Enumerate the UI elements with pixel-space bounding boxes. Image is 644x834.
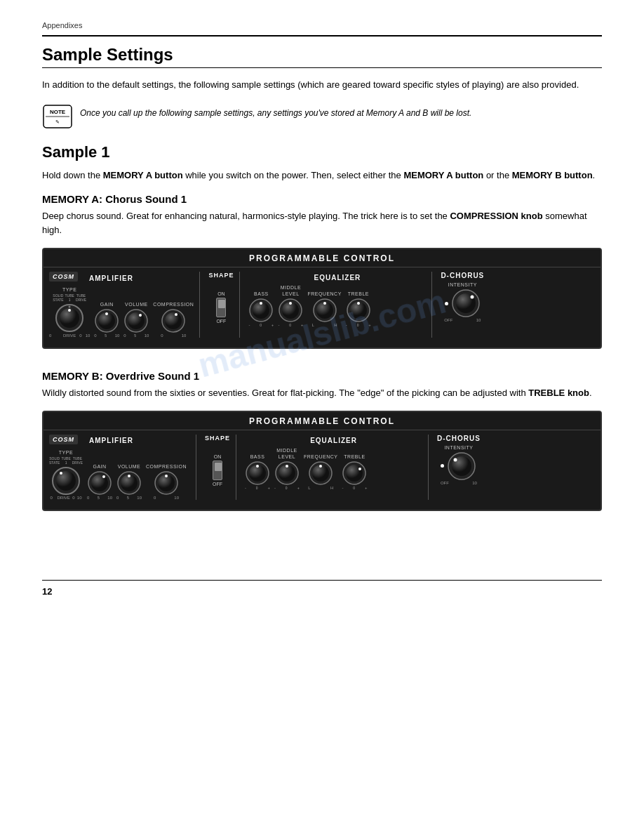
equalizer-label-2: EQUALIZER: [310, 437, 357, 444]
intensity-scale: OFF10: [444, 318, 481, 322]
freq-knob-group: FREQUENCY LH: [307, 285, 341, 327]
svg-point-15: [165, 312, 182, 329]
intensity2-scale: OFF10: [441, 481, 477, 485]
gain-label: GAIN: [100, 302, 114, 307]
treble-label: TREBLE: [348, 291, 369, 296]
note-box: NOTE ✎ Once you call up the following sa…: [42, 104, 602, 129]
shape-switch-2: ON OFF: [213, 454, 222, 486]
treble-knob: [346, 298, 371, 323]
intro-text: In addition to the default settings, the…: [42, 78, 602, 93]
dchorus-label: D-CHORUS: [441, 272, 484, 279]
type2-knob-group: TYPE SOLIDSTATE TUBE1 TUBEDRIVE: [49, 450, 83, 500]
shape-label-2: SHAPE: [205, 435, 230, 442]
middle-level2-scale: -0+: [274, 486, 300, 490]
bass2-scale: -0+: [245, 486, 270, 490]
sample1-body: Hold down the MEMORY A button while you …: [42, 168, 602, 183]
cosm-logo: COSM: [49, 272, 78, 282]
freq-placeholder: [323, 285, 325, 290]
svg-point-25: [323, 302, 326, 305]
gain2-knob-group: GAIN 0510: [87, 464, 112, 500]
middle2-label: MIDDLE: [276, 448, 297, 453]
sample1-heading: Sample 1: [42, 143, 602, 161]
compression-label: COMPRESSION: [153, 302, 194, 307]
gain2-scale: 0510: [87, 496, 112, 500]
bottom-divider: [42, 580, 602, 581]
amp-knobs-row: TYPE SOLIDSTATE TUBE1 TUBEDRIVE: [49, 287, 194, 338]
svg-point-49: [286, 465, 288, 468]
breadcrumb: Appendixes: [42, 21, 602, 29]
intensity-knob: [451, 289, 481, 318]
volume2-label: VOLUME: [118, 464, 141, 469]
level-sublabel: LEVEL: [282, 291, 299, 296]
panel2-title: PROGRAMMABLE CONTROL: [249, 416, 395, 426]
middle-label: MIDDLE: [281, 285, 301, 290]
cosm-logo-2: COSM: [49, 435, 78, 444]
svg-point-31: [470, 296, 474, 299]
svg-point-12: [128, 312, 145, 329]
memory-a-desc: Deep chorus sound. Great for enhancing n…: [42, 209, 602, 239]
volume-label: VOLUME: [125, 302, 148, 307]
gain-knob-group: GAIN 0510: [94, 302, 119, 338]
treble2-knob-group: TREBLE -0+: [342, 454, 367, 490]
volume2-knob: [116, 470, 142, 496]
type-knob-group: TYPE SOLIDSTATE TUBE1 TUBEDRIVE: [49, 287, 90, 338]
intensity2-knob: [447, 451, 476, 481]
off-label-2: OFF: [213, 482, 222, 486]
page-number: 12: [42, 586, 52, 597]
frequency2-label: FREQUENCY: [304, 454, 337, 459]
svg-point-33: [56, 471, 76, 491]
panel1-on-label: (ON): [42, 352, 602, 360]
middle-level-scale: -0+: [278, 323, 303, 327]
freq2-placeholder: [320, 448, 321, 453]
svg-text:✎: ✎: [55, 119, 60, 124]
top-divider: [42, 35, 602, 37]
compression2-knob: [154, 470, 179, 496]
svg-point-54: [346, 465, 363, 482]
volume-knob: [123, 308, 149, 333]
amp-knobs-row-2: TYPE SOLIDSTATE TUBE1 TUBEDRIVE: [49, 450, 190, 500]
eq-knobs-row-2: BASS -0+ MIDDLE LEVEL: [245, 448, 422, 490]
volume2-scale: 0510: [116, 496, 142, 500]
gain-knob: [94, 308, 119, 333]
page-title: Sample Settings: [42, 45, 602, 65]
panel2-title-bar: PROGRAMMABLE CONTROL: [43, 412, 601, 430]
freq2-knob-group: FREQUENCY LH: [304, 448, 337, 490]
frequency-label: FREQUENCY: [307, 291, 341, 296]
svg-point-6: [68, 309, 71, 312]
eq-knobs-row: BASS -0+ MIDDLE LEVEL: [248, 285, 426, 327]
treble2-knob: [342, 461, 367, 486]
intensity-label: INTENSITY: [448, 282, 477, 287]
intensity2-dot: [441, 464, 444, 468]
middle-level-knob: [278, 298, 303, 323]
bass-knob-group: BASS -0+: [248, 291, 274, 327]
gain-scale: 0510: [94, 333, 119, 338]
svg-point-16: [175, 313, 177, 316]
frequency-knob: [312, 298, 337, 323]
volume-scale: 0510: [123, 333, 149, 338]
svg-point-43: [165, 475, 168, 477]
panel1: PROGRAMMABLE CONTROL COSM AMPLIFIER TYPE…: [42, 248, 602, 349]
freq2-scale: LH: [308, 486, 333, 490]
treble-scale: -0+: [346, 323, 371, 327]
compression-scale: 010: [161, 333, 186, 338]
amplifier-label-2: AMPLIFIER: [89, 437, 133, 444]
off-label: OFF: [216, 319, 226, 324]
volume-knob-group: VOLUME 0510: [123, 302, 149, 338]
note-icon: NOTE ✎: [42, 104, 73, 129]
type-scale: 0 DRIVE 0 10: [49, 333, 90, 338]
gain2-label: GAIN: [93, 464, 106, 469]
type-knob: [55, 303, 84, 333]
on-label-2: ON: [214, 454, 222, 459]
memory-a-heading: MEMORY A: Chorus Sound 1: [42, 193, 602, 205]
svg-text:NOTE: NOTE: [50, 109, 66, 115]
type2-scale: 0 DRIVE 0 10: [49, 496, 83, 500]
intensity-knob-group: INTENSITY OFF10: [444, 282, 481, 322]
equalizer-label: EQUALIZER: [314, 274, 361, 282]
middle-level-knob-group: MIDDLE LEVEL -0+: [278, 285, 303, 327]
svg-point-37: [102, 475, 105, 478]
page-footer: 12: [42, 586, 602, 597]
shape-switch: ON OFF: [216, 291, 226, 324]
panel1-title: PROGRAMMABLE CONTROL: [249, 253, 395, 263]
intensity-dot: [445, 302, 448, 305]
panel1-inner: COSM AMPLIFIER TYPE SOLIDSTATE TUBE1 TUB…: [43, 267, 601, 340]
